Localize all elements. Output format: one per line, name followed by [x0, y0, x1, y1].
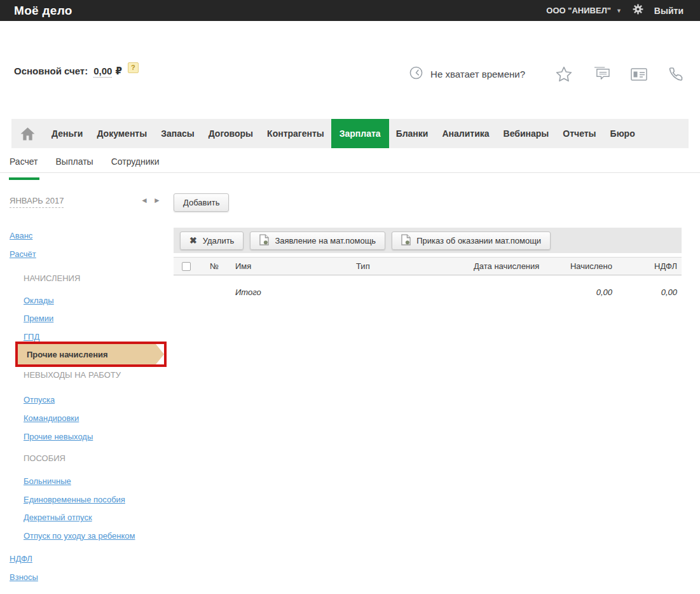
document-icon	[401, 234, 411, 247]
sidebar-item-ndfl[interactable]: НДФЛ	[10, 554, 32, 563]
nav-item-dogovory[interactable]: Договоры	[202, 119, 260, 148]
sidebar-section-nachisleniya: НАЧИСЛЕНИЯ	[24, 273, 80, 283]
sidebar-item-prochie-nachisleniya[interactable]: Прочие начисления	[18, 344, 164, 364]
delete-button-label: Удалить	[203, 236, 235, 245]
chat-icon	[594, 67, 610, 81]
col-header-type: Тип	[348, 261, 466, 271]
no-time-text: Не хватает времени?	[430, 69, 525, 79]
nav-item-byuro[interactable]: Бюро	[603, 119, 642, 148]
statement-button-label: Заявление на мат.помощь	[275, 236, 376, 245]
highlight-annotation-box: Прочие начисления	[15, 342, 167, 367]
salary-subtabs: Расчет Выплаты Сотрудники	[10, 156, 159, 174]
total-accrued-value: 0,00	[568, 287, 612, 297]
nav-item-dokumenty[interactable]: Документы	[90, 119, 154, 148]
prev-month-arrow-icon[interactable]: ◄	[141, 196, 148, 205]
header-actions: Не хватает времени?	[409, 66, 685, 83]
account-row: Основной счет: 0,00 ₽ ? Не хватает време…	[14, 66, 685, 83]
contact-card-icon	[631, 68, 647, 81]
toolbar: ✖ Удалить Заявление на мат.помощь	[174, 228, 682, 253]
nav-item-zapasy[interactable]: Запасы	[154, 119, 202, 148]
moe-delo-logo[interactable]: Моё дело	[14, 4, 72, 18]
phone-button[interactable]	[668, 66, 685, 83]
settings-button[interactable]	[632, 3, 644, 18]
sidebar-item-dekretnyj-otpusk[interactable]: Декретный отпуск	[24, 513, 92, 522]
header-checkbox-cell	[174, 262, 202, 271]
no-time-link[interactable]: Не хватает времени?	[409, 66, 525, 83]
col-header-accrued: Начислено	[568, 261, 612, 271]
sidebar-item-bolnichnye[interactable]: Больничные	[24, 476, 71, 486]
nav-item-blanki[interactable]: Бланки	[389, 119, 436, 148]
tab-vyplaty[interactable]: Выплаты	[56, 156, 93, 174]
nav-item-kontragenty[interactable]: Контрагенты	[260, 119, 331, 148]
sidebar-item-gpd[interactable]: ГПД	[24, 332, 39, 342]
col-header-ndfl: НДФЛ	[612, 261, 682, 271]
order-matpomosch-button[interactable]: Приказ об оказании мат.помощи	[392, 231, 551, 250]
ruble-sign: ₽	[115, 66, 121, 77]
sidebar-item-vznosy[interactable]: Взносы	[10, 572, 38, 582]
col-header-accrual-date: Дата начисления	[466, 261, 568, 271]
sidebar-item-otpuska[interactable]: Отпуска	[24, 395, 55, 404]
sidebar-item-oklady[interactable]: Оклады	[24, 296, 54, 305]
total-ndfl-value: 0,00	[612, 287, 682, 297]
next-month-arrow-icon[interactable]: ►	[153, 196, 161, 205]
sidebar-item-otpusk-po-uhodu[interactable]: Отпуск по уходу за ребенком	[24, 531, 135, 541]
logout-button[interactable]: Выйти	[654, 6, 683, 16]
tab-sotrudniki[interactable]: Сотрудники	[111, 156, 160, 174]
select-all-checkbox[interactable]	[182, 262, 191, 271]
total-label: Итого	[228, 287, 348, 297]
sidebar-item-raschet[interactable]: Расчёт	[10, 249, 36, 259]
gear-icon	[632, 3, 644, 18]
subtabs-divider	[0, 172, 700, 173]
sidebar-item-prochie-nevyhody[interactable]: Прочие невыходы	[24, 432, 93, 441]
nav-item-vebinary[interactable]: Вебинары	[497, 119, 556, 148]
account-label: Основной счет:	[14, 66, 88, 76]
favorites-button[interactable]	[556, 66, 572, 83]
period-selector[interactable]: ЯНВАРЬ 2017	[10, 196, 64, 208]
header-icon-group	[556, 66, 685, 83]
nav-item-otchety[interactable]: Отчеты	[556, 119, 603, 148]
top-bar-right: ООО "АНИВЕЛ" ▼	[546, 3, 683, 18]
contacts-button[interactable]	[631, 66, 647, 83]
top-bar: Моё дело ООО "АНИВЕЛ" ▼	[0, 0, 700, 21]
order-button-label: Приказ об оказании мат.помощи	[416, 236, 541, 245]
help-badge[interactable]: ?	[128, 62, 139, 73]
sidebar-item-premii[interactable]: Премии	[24, 314, 53, 323]
main-account: Основной счет: 0,00 ₽ ?	[14, 66, 139, 78]
app-window: Моё дело ООО "АНИВЕЛ" ▼	[0, 0, 700, 594]
main-nav: Деньги Документы Запасы Договоры Контраг…	[11, 119, 689, 148]
company-name: ООО "АНИВЕЛ"	[546, 6, 611, 15]
nav-item-dengi[interactable]: Деньги	[45, 119, 90, 148]
col-header-number: №	[202, 261, 228, 271]
phone-icon	[669, 67, 684, 82]
add-button[interactable]: Добавить	[174, 193, 229, 212]
sidebar-item-avans[interactable]: Аванс	[10, 231, 32, 240]
col-header-name: Имя	[228, 261, 348, 271]
chevron-down-icon: ▼	[616, 8, 622, 14]
period-arrows: ◄ ►	[141, 196, 161, 205]
nav-item-zarplata[interactable]: Зарплата	[331, 119, 389, 148]
tab-raschet[interactable]: Расчет	[10, 156, 38, 174]
statement-matpomosch-button[interactable]: Заявление на мат.помощь	[250, 231, 385, 250]
sidebar-section-posobiya: ПОСОБИЯ	[24, 453, 65, 463]
sidebar-section-nevyhody: НЕВЫХОДЫ НА РАБОТУ	[24, 370, 121, 380]
home-icon	[20, 127, 35, 141]
table-total-row: Итого 0,00 0,00	[174, 280, 682, 303]
star-icon	[556, 66, 572, 82]
sidebar-item-komandirovki[interactable]: Командировки	[24, 413, 79, 423]
nav-item-analitika[interactable]: Аналитика	[435, 119, 496, 148]
nav-home-button[interactable]	[11, 119, 45, 148]
table-header-row: № Имя Тип Дата начисления Начислено НДФЛ	[174, 257, 682, 275]
document-icon	[259, 234, 269, 247]
delete-button[interactable]: ✖ Удалить	[180, 231, 244, 250]
chat-button[interactable]	[593, 66, 610, 83]
company-selector[interactable]: ООО "АНИВЕЛ" ▼	[546, 6, 622, 15]
account-balance-link[interactable]: 0,00	[93, 66, 112, 78]
delete-x-icon: ✖	[189, 236, 197, 245]
sidebar: ЯНВАРЬ 2017 ◄ ► Аванс Расчёт НАЧИСЛЕНИЯ …	[0, 188, 174, 594]
clock-icon	[409, 66, 423, 83]
sidebar-item-edinovremennye-posobiya[interactable]: Единовременные пособия	[24, 495, 125, 504]
